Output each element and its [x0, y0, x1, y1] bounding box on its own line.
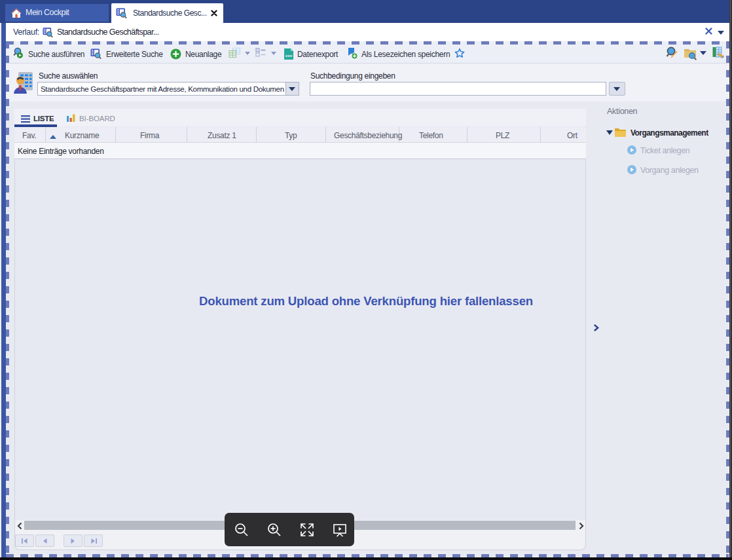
svg-text:csv: csv [285, 54, 293, 58]
